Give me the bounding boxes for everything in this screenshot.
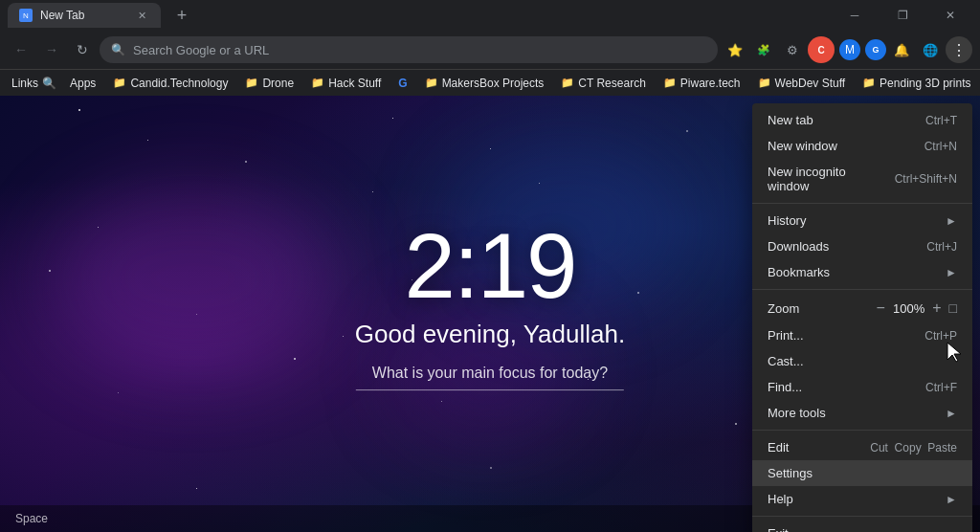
zoom-increase-button[interactable]: + xyxy=(932,299,941,317)
menu-item-more-tools-arrow: ► xyxy=(946,407,957,420)
menu-item-edit-shortcuts: Cut Copy Paste xyxy=(870,441,957,454)
zoom-decrease-button[interactable]: − xyxy=(877,299,885,317)
menu-item-zoom[interactable]: Zoom − 100% + □ xyxy=(752,294,972,322)
menu-item-incognito[interactable]: New incognito window Ctrl+Shift+N xyxy=(752,159,972,199)
menu-item-help-label: Help xyxy=(768,492,946,506)
menu-item-incognito-label: New incognito window xyxy=(768,165,880,193)
menu-item-print-label: Print... xyxy=(768,328,909,343)
folder-icon: 📁 xyxy=(663,77,677,89)
folder-icon: 📁 xyxy=(425,77,438,89)
folder-icon: 📁 xyxy=(113,77,126,89)
bookmark-candid-label: Candid.Technology xyxy=(130,77,228,90)
reload-button[interactable]: ↻ xyxy=(69,36,96,63)
close-button[interactable]: ✕ xyxy=(928,0,972,31)
menu-divider-2 xyxy=(752,289,972,290)
menu-item-exit[interactable]: Exit xyxy=(752,521,972,532)
minimize-button[interactable]: ─ xyxy=(833,0,877,31)
tab-close-button[interactable]: ✕ xyxy=(134,8,149,23)
bookmark-g[interactable]: G xyxy=(390,75,414,92)
new-tab-button[interactable]: + xyxy=(168,2,195,29)
bookmark-candid[interactable]: 📁 Candid.Technology xyxy=(105,75,235,92)
bookmarks-bar: Links 🔍 Apps 📁 Candid.Technology 📁 Drone… xyxy=(0,69,980,96)
menu-item-find-shortcut: Ctrl+F xyxy=(925,381,957,394)
menu-item-more-tools-label: More tools xyxy=(768,406,946,420)
menu-item-settings[interactable]: Settings xyxy=(752,460,972,486)
menu-item-new-tab-label: New tab xyxy=(768,113,910,127)
forward-button[interactable]: → xyxy=(38,36,65,63)
title-bar: N New Tab ✕ + ─ ❐ ✕ xyxy=(0,0,980,31)
menu-item-bookmarks-arrow: ► xyxy=(946,266,957,279)
extension-icon-1[interactable]: 🧩 xyxy=(750,36,777,63)
zoom-expand-button[interactable]: □ xyxy=(949,300,957,316)
menu-item-print-shortcut: Ctrl+P xyxy=(924,329,957,343)
folder-icon: 📁 xyxy=(862,77,876,89)
menu-item-history-arrow: ► xyxy=(946,214,957,228)
menu-item-new-window[interactable]: New window Ctrl+N xyxy=(752,133,972,159)
extension-icon-4[interactable]: M xyxy=(836,36,863,63)
bookmark-piware[interactable]: 📁 Piware.tech xyxy=(656,75,748,92)
extension-icon-5[interactable]: G xyxy=(865,39,886,60)
greeting: Good evening, Yadullah. xyxy=(355,320,625,349)
bookmark-hack[interactable]: 📁 Hack Stuff xyxy=(303,75,389,92)
menu-item-edit-label: Edit xyxy=(768,440,855,454)
bookmark-ct[interactable]: 📁 CT Research xyxy=(553,75,653,92)
bookmark-webdev[interactable]: 📁 WebDev Stuff xyxy=(750,75,854,92)
menu-item-new-window-label: New window xyxy=(768,139,909,153)
browser-tab[interactable]: N New Tab ✕ xyxy=(8,3,161,28)
main-content: 2:19 Good evening, Yadullah. What is you… xyxy=(0,96,980,532)
focus-question: What is your main focus for today? xyxy=(355,365,625,382)
bookmark-star-icon[interactable]: ⭐ xyxy=(722,36,748,63)
menu-item-help[interactable]: Help ► xyxy=(752,486,972,512)
bookmark-makers-label: MakersBox Projects xyxy=(442,77,545,90)
address-bar[interactable]: 🔍 Search Google or a URL xyxy=(100,36,718,63)
bookmark-drone[interactable]: 📁 Drone xyxy=(237,75,301,92)
context-menu: New tab Ctrl+T New window Ctrl+N New inc… xyxy=(752,103,972,532)
bookmark-ct-label: CT Research xyxy=(578,77,645,90)
links-section: Links 🔍 xyxy=(8,77,60,90)
bookmark-piware-label: Piware.tech xyxy=(680,77,741,90)
focus-input-line[interactable] xyxy=(356,389,624,390)
tab-favicon: N xyxy=(19,9,33,22)
menu-item-downloads-shortcut: Ctrl+J xyxy=(926,240,957,254)
profile-avatar: M xyxy=(839,39,860,60)
extension-icon-6[interactable]: 🔔 xyxy=(888,36,915,63)
folder-icon: 📁 xyxy=(311,77,324,89)
g-icon: G xyxy=(398,77,407,90)
bookmark-hack-label: Hack Stuff xyxy=(328,77,381,90)
bookmark-drone-label: Drone xyxy=(262,77,294,90)
links-search-icon[interactable]: 🔍 xyxy=(42,77,56,90)
menu-item-find[interactable]: Find... Ctrl+F xyxy=(752,374,972,400)
menu-item-history-label: History xyxy=(768,213,946,228)
menu-item-bookmarks-label: Bookmarks xyxy=(768,265,946,279)
window-controls: ─ ❐ ✕ xyxy=(833,0,972,31)
chrome-menu-button[interactable]: ⋮ xyxy=(946,36,972,63)
tab-title: New Tab xyxy=(40,9,84,22)
bookmark-3d-label: Pending 3D prints xyxy=(880,77,970,90)
menu-item-settings-label: Settings xyxy=(768,466,957,480)
menu-item-incognito-shortcut: Ctrl+Shift+N xyxy=(895,172,957,186)
menu-divider-3 xyxy=(752,430,972,431)
maximize-button[interactable]: ❐ xyxy=(880,0,924,31)
lock-icon: 🔍 xyxy=(111,43,125,56)
status-left[interactable]: Space xyxy=(15,512,48,525)
menu-item-bookmarks[interactable]: Bookmarks ► xyxy=(752,259,972,285)
menu-item-downloads-label: Downloads xyxy=(768,239,911,254)
folder-icon: 📁 xyxy=(245,77,258,89)
zoom-value: 100% xyxy=(893,301,924,316)
menu-item-cast[interactable]: Cast... xyxy=(752,348,972,374)
menu-item-downloads[interactable]: Downloads Ctrl+J xyxy=(752,233,972,259)
extension-icon-3[interactable]: C xyxy=(808,36,835,63)
menu-divider-4 xyxy=(752,516,972,517)
menu-item-more-tools[interactable]: More tools ► xyxy=(752,400,972,426)
menu-item-history[interactable]: History ► xyxy=(752,208,972,233)
menu-item-new-tab[interactable]: New tab Ctrl+T xyxy=(752,107,972,133)
menu-item-edit[interactable]: Edit Cut Copy Paste xyxy=(752,434,972,460)
back-button[interactable]: ← xyxy=(8,36,34,63)
extension-icon-7[interactable]: 🌐 xyxy=(917,36,944,63)
extension-icon-2[interactable]: ⚙ xyxy=(779,36,806,63)
menu-item-print[interactable]: Print... Ctrl+P xyxy=(752,322,972,348)
bookmark-apps[interactable]: Apps xyxy=(62,75,103,92)
bookmark-makers[interactable]: 📁 MakersBox Projects xyxy=(417,75,552,92)
menu-item-help-arrow: ► xyxy=(946,493,957,506)
bookmark-3d[interactable]: 📁 Pending 3D prints xyxy=(855,75,978,92)
